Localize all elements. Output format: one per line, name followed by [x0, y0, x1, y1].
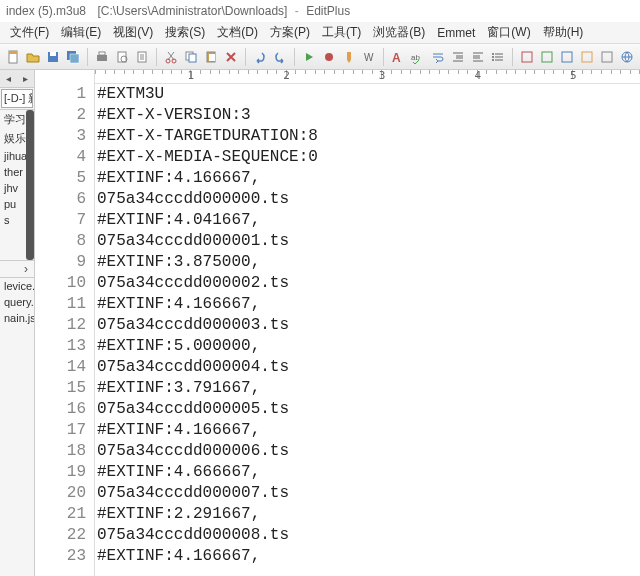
code-line[interactable]: 075a34cccdd000001.ts — [97, 231, 640, 252]
code-line[interactable]: #EXTINF:4.041667, — [97, 210, 640, 231]
menu-window[interactable]: 窗口(W) — [481, 22, 536, 43]
open-file-button[interactable] — [24, 47, 42, 67]
svg-rect-27 — [562, 52, 572, 62]
print-button[interactable] — [93, 47, 111, 67]
svg-rect-14 — [189, 54, 196, 62]
line-number: 20 — [35, 483, 94, 504]
outdent-button[interactable] — [469, 47, 487, 67]
font-button[interactable]: A — [389, 47, 407, 67]
sidebar-tab-left[interactable]: ◂ — [0, 73, 17, 84]
code-line[interactable]: 075a34cccdd000004.ts — [97, 357, 640, 378]
toolbar-sep-1 — [87, 48, 88, 66]
toolbar-sep-4 — [294, 48, 295, 66]
code-line[interactable]: 075a34cccdd000002.ts — [97, 273, 640, 294]
line-number: 10 — [35, 273, 94, 294]
save-button[interactable] — [44, 47, 62, 67]
sidebar-scrollbar[interactable] — [26, 110, 34, 260]
menu-file[interactable]: 文件(F) — [4, 22, 55, 43]
drive-combo[interactable]: [-D-] 新. — [1, 89, 33, 108]
spell-button[interactable]: ab — [409, 47, 427, 67]
menu-emmet[interactable]: Emmet — [431, 24, 481, 42]
line-number: 7 — [35, 210, 94, 231]
menu-project[interactable]: 方案(P) — [264, 22, 316, 43]
code-line[interactable]: 075a34cccdd000003.ts — [97, 315, 640, 336]
code-line[interactable]: #EXTINF:3.791667, — [97, 378, 640, 399]
cut-button[interactable] — [162, 47, 180, 67]
code-line[interactable]: #EXTINF:4.166667, — [97, 546, 640, 567]
code-line[interactable]: 075a34cccdd000005.ts — [97, 399, 640, 420]
ruler-mark: 1 — [188, 70, 195, 82]
tool-col1-button[interactable] — [518, 47, 536, 67]
settings-button[interactable] — [133, 47, 151, 67]
wrap-button[interactable] — [429, 47, 447, 67]
code-line[interactable]: #EXTINF:4.166667, — [97, 168, 640, 189]
code-line[interactable]: #EXTINF:5.000000, — [97, 336, 640, 357]
find-word-button[interactable]: W — [360, 47, 378, 67]
code-line[interactable]: #EXT-X-VERSION:3 — [97, 105, 640, 126]
svg-rect-6 — [97, 55, 107, 61]
menu-edit[interactable]: 编辑(E) — [55, 22, 107, 43]
tool-col5-button[interactable] — [598, 47, 616, 67]
line-number: 3 — [35, 126, 94, 147]
menu-search[interactable]: 搜索(S) — [159, 22, 211, 43]
tool-col3-button[interactable] — [558, 47, 576, 67]
redo-button[interactable] — [271, 47, 289, 67]
line-number: 13 — [35, 336, 94, 357]
code-line[interactable]: #EXTINF:3.875000, — [97, 252, 640, 273]
toolbar-sep-3 — [245, 48, 246, 66]
tool-col4-button[interactable] — [578, 47, 596, 67]
main-area: ◂ ▸ [-D-] 新. 学习 娱乐 jihua ther jhv pu s ›… — [0, 70, 640, 576]
sidebar-file-list: levice.m query.m nain.js — [0, 278, 34, 576]
menu-help[interactable]: 帮助(H) — [537, 22, 590, 43]
line-number: 1 — [35, 84, 94, 105]
editor-content[interactable]: #EXTM3U#EXT-X-VERSION:3#EXT-X-TARGETDURA… — [95, 84, 640, 576]
play-button[interactable] — [300, 47, 318, 67]
menu-document[interactable]: 文档(D) — [211, 22, 264, 43]
code-line[interactable]: #EXT-X-MEDIA-SEQUENCE:0 — [97, 147, 640, 168]
line-number: 17 — [35, 420, 94, 441]
code-line[interactable]: #EXT-X-TARGETDURATION:8 — [97, 126, 640, 147]
ruler-mark: 2 — [283, 70, 290, 82]
code-line[interactable]: #EXTM3U — [97, 84, 640, 105]
code-line[interactable]: 075a34cccdd000000.ts — [97, 189, 640, 210]
title-filename: index (5).m3u8 — [6, 4, 86, 18]
undo-button[interactable] — [251, 47, 269, 67]
line-number: 14 — [35, 357, 94, 378]
new-file-button[interactable] — [4, 47, 22, 67]
delete-button[interactable] — [222, 47, 240, 67]
list-button[interactable] — [489, 47, 507, 67]
menu-view[interactable]: 视图(V) — [107, 22, 159, 43]
copy-button[interactable] — [182, 47, 200, 67]
code-line[interactable]: #EXTINF:4.666667, — [97, 462, 640, 483]
paste-button[interactable] — [202, 47, 220, 67]
sidebar-file-item[interactable]: query.m — [0, 294, 34, 310]
svg-rect-7 — [99, 52, 105, 55]
code-line[interactable]: 075a34cccdd000006.ts — [97, 441, 640, 462]
code-line[interactable]: 075a34cccdd000007.ts — [97, 483, 640, 504]
sidebar-tab-right[interactable]: ▸ — [17, 73, 34, 84]
sidebar-file-item[interactable]: levice.m — [0, 278, 34, 294]
tool-col2-button[interactable] — [538, 47, 556, 67]
print-preview-button[interactable] — [113, 47, 131, 67]
code-line[interactable]: #EXTINF:4.166667, — [97, 420, 640, 441]
menu-browser[interactable]: 浏览器(B) — [367, 22, 431, 43]
menu-tools[interactable]: 工具(T) — [316, 22, 367, 43]
sidebar-file-item[interactable]: nain.js — [0, 310, 34, 326]
title-path: [C:\Users\Administrator\Downloads] — [97, 4, 287, 18]
line-number: 22 — [35, 525, 94, 546]
svg-rect-5 — [70, 54, 79, 63]
marker-button[interactable] — [340, 47, 358, 67]
title-dash: - — [291, 4, 302, 18]
record-button[interactable] — [320, 47, 338, 67]
svg-point-24 — [492, 59, 494, 61]
indent-button[interactable] — [449, 47, 467, 67]
code-line[interactable]: 075a34cccdd000008.ts — [97, 525, 640, 546]
code-line[interactable]: #EXTINF:4.166667, — [97, 294, 640, 315]
code-line[interactable]: #EXTINF:2.291667, — [97, 504, 640, 525]
svg-rect-26 — [542, 52, 552, 62]
browser-button[interactable] — [618, 47, 636, 67]
title-bar: index (5).m3u8 [C:\Users\Administrator\D… — [0, 0, 640, 22]
svg-text:W: W — [364, 52, 374, 63]
sidebar-expand-bar[interactable]: › — [0, 260, 34, 278]
save-all-button[interactable] — [64, 47, 82, 67]
